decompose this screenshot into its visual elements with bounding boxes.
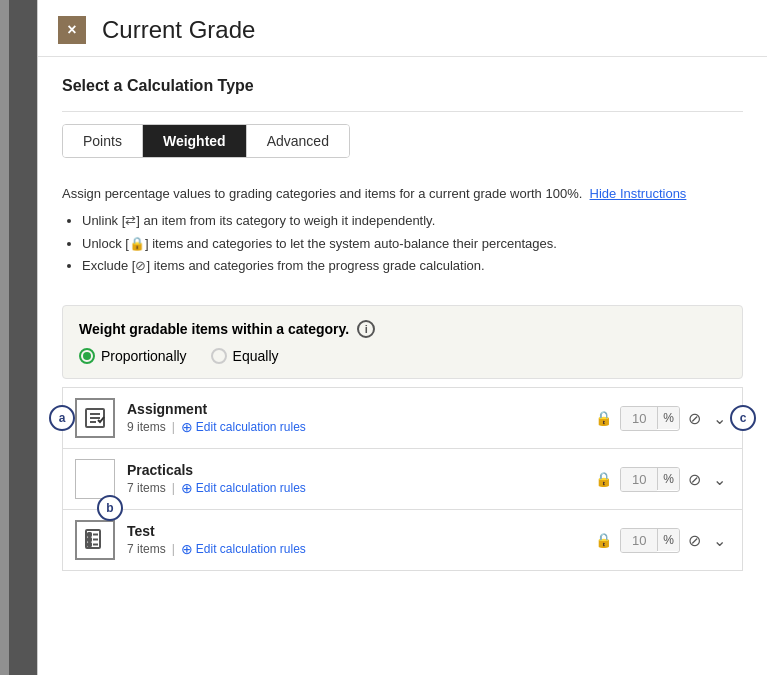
lock-icon-test[interactable]: 🔒 (595, 532, 612, 548)
radio-equally[interactable]: Equally (211, 348, 279, 364)
radio-proportionally[interactable]: Proportionally (79, 348, 187, 364)
plus-icon-test: ⊕ (181, 541, 193, 557)
table-row: a Assignment 9 items (62, 387, 743, 448)
modal-body: Select a Calculation Type Points Weighte… (38, 57, 767, 591)
instructions-first-line: Assign percentage values to grading cate… (62, 184, 743, 205)
tab-points[interactable]: Points (63, 125, 143, 157)
instruction-item-2: Unlock [🔒] items and categories to let t… (82, 234, 743, 255)
category-info-practicals: Practicals 7 items | ⊕ Edit calculation … (127, 462, 595, 496)
badge-a: a (49, 405, 75, 431)
badge-b: b (97, 495, 123, 521)
modal-header: × Current Grade (38, 0, 767, 57)
percent-sign-test: % (657, 529, 679, 551)
category-name-assignment: Assignment (127, 401, 595, 417)
percent-sign-practicals: % (657, 468, 679, 490)
instruction-item-3: Exclude [⊘] items and categories from th… (82, 256, 743, 277)
test-icon (75, 520, 115, 560)
category-meta-practicals: 7 items | ⊕ Edit calculation rules (127, 480, 595, 496)
radio-dot-equally (211, 348, 227, 364)
section-title: Select a Calculation Type (62, 77, 743, 95)
radio-group: Proportionally Equally (79, 348, 726, 364)
instruction-item-1: Unlink [⇄] an item from its category to … (82, 211, 743, 232)
category-controls-test: 🔒 % ⊘ ⌄ (595, 528, 730, 553)
badge-c: c (730, 405, 756, 431)
weight-section: Weight gradable items within a category.… (62, 305, 743, 379)
svg-rect-6 (88, 538, 91, 541)
sidebar (9, 0, 37, 675)
category-info-test: Test 7 items | ⊕ Edit calculation rules (127, 523, 595, 557)
practicals-icon (75, 459, 115, 499)
table-row: Test 7 items | ⊕ Edit calculation rules … (62, 509, 743, 571)
exclude-icon-test[interactable]: ⊘ (688, 531, 701, 550)
edit-link-assignment[interactable]: ⊕ Edit calculation rules (181, 419, 306, 435)
weight-section-title: Weight gradable items within a category.… (79, 320, 726, 338)
percent-input-test[interactable] (621, 529, 657, 552)
exclude-icon-practicals[interactable]: ⊘ (688, 470, 701, 489)
category-meta-assignment: 9 items | ⊕ Edit calculation rules (127, 419, 595, 435)
close-button[interactable]: × (58, 16, 86, 44)
table-row: Practicals 7 items | ⊕ Edit calculation … (62, 448, 743, 509)
category-name-test: Test (127, 523, 595, 539)
percent-group-practicals: % (620, 467, 680, 492)
category-controls-assignment: 🔒 % ⊘ ⌄ (595, 406, 730, 431)
divider-1 (62, 111, 743, 112)
svg-rect-5 (88, 533, 91, 536)
modal-container: × Current Grade Select a Calculation Typ… (37, 0, 767, 675)
instructions-list: Unlink [⇄] an item from its category to … (62, 211, 743, 277)
exclude-icon-assignment[interactable]: ⊘ (688, 409, 701, 428)
category-info-assignment: Assignment 9 items | ⊕ Edit calculation … (127, 401, 595, 435)
tab-group: Points Weighted Advanced (62, 124, 350, 158)
unlink-icon: ⇄ (125, 211, 136, 232)
lock-icon-assignment[interactable]: 🔒 (595, 410, 612, 426)
lock-icon-practicals[interactable]: 🔒 (595, 471, 612, 487)
radio-dot-proportionally (79, 348, 95, 364)
edit-link-test[interactable]: ⊕ Edit calculation rules (181, 541, 306, 557)
overlay: × Current Grade Select a Calculation Typ… (0, 0, 767, 675)
tab-advanced[interactable]: Advanced (247, 125, 349, 157)
category-name-practicals: Practicals (127, 462, 595, 478)
edit-link-practicals[interactable]: ⊕ Edit calculation rules (181, 480, 306, 496)
chevron-button-test[interactable]: ⌄ (709, 529, 730, 552)
lock-icon-instruction: 🔒 (129, 234, 145, 255)
plus-icon-assignment: ⊕ (181, 419, 193, 435)
info-icon[interactable]: i (357, 320, 375, 338)
hide-instructions-link[interactable]: Hide Instructions (590, 186, 687, 201)
tab-weighted[interactable]: Weighted (143, 125, 247, 157)
percent-group-assignment: % (620, 406, 680, 431)
instructions-box: Assign percentage values to grading cate… (62, 174, 743, 289)
category-meta-test: 7 items | ⊕ Edit calculation rules (127, 541, 595, 557)
chevron-button-practicals[interactable]: ⌄ (709, 468, 730, 491)
chevron-button-assignment[interactable]: ⌄ (709, 407, 730, 430)
exclude-icon-instruction: ⊘ (135, 256, 146, 277)
percent-input-practicals[interactable] (621, 468, 657, 491)
category-list: a Assignment 9 items (62, 387, 743, 571)
svg-rect-7 (88, 543, 91, 546)
plus-icon-practicals: ⊕ (181, 480, 193, 496)
category-controls-practicals: 🔒 % ⊘ ⌄ (595, 467, 730, 492)
percent-sign-assignment: % (657, 407, 679, 429)
modal-title: Current Grade (102, 16, 255, 44)
percent-input-assignment[interactable] (621, 407, 657, 430)
assignment-icon (75, 398, 115, 438)
percent-group-test: % (620, 528, 680, 553)
